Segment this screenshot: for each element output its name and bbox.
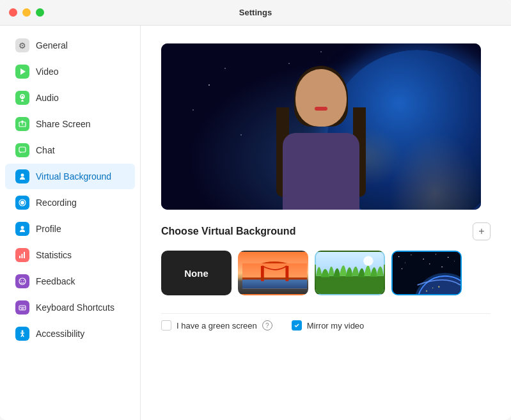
mirror-video-group: Mirror my video [292,320,365,331]
svg-point-44 [429,263,430,264]
svg-point-36 [363,256,373,266]
svg-point-17 [20,280,22,281]
minimize-button[interactable] [22,8,31,17]
sidebar-item-feedback[interactable]: Feedback [5,268,135,294]
sidebar-item-accessibility[interactable]: Accessibility [5,321,135,346]
share-screen-icon [15,117,29,131]
sidebar-item-virtual-background[interactable]: Virtual Background [5,164,135,189]
general-icon: ⚙ [15,38,29,52]
sidebar-label-audio: Audio [36,93,59,103]
sidebar-label-accessibility: Accessibility [36,329,84,339]
sidebar-item-profile[interactable]: Profile [5,216,135,242]
virtual-background-icon [15,169,29,183]
sidebar-label-recording: Recording [36,198,77,208]
svg-point-47 [441,267,443,268]
sidebar-label-statistics: Statistics [36,250,72,260]
svg-point-52 [432,288,434,289]
green-screen-checkbox[interactable] [161,320,171,331]
svg-point-9 [21,174,24,177]
footer-options: I have a green screen ? Mirror my video [161,313,491,331]
maximize-button[interactable] [36,8,44,17]
svg-point-51 [426,290,427,292]
person-lips [315,107,327,111]
svg-rect-20 [20,307,22,308]
sidebar-item-keyboard-shortcuts[interactable]: Keyboard Shortcuts [5,295,135,320]
sidebar-label-profile: Profile [36,224,61,234]
svg-line-28 [22,334,24,337]
svg-point-43 [405,263,405,263]
svg-rect-13 [19,256,20,258]
preview-background [161,43,481,210]
accessibility-icon [15,327,29,341]
background-none-label: None [184,268,208,279]
sidebar-item-video[interactable]: Video [5,59,135,84]
titlebar: Settings [0,0,511,26]
audio-icon [15,91,29,105]
svg-point-45 [454,261,455,261]
video-icon [15,65,29,79]
profile-icon [15,222,29,236]
window-title: Settings [239,8,272,17]
sidebar: ⚙ General Video [0,26,141,420]
svg-point-39 [411,254,411,255]
background-space[interactable] [391,251,462,295]
svg-point-12 [21,226,24,229]
background-bridge[interactable] [238,251,308,295]
svg-point-18 [23,280,24,281]
svg-point-42 [448,257,449,258]
svg-point-46 [402,268,402,269]
sidebar-label-share-screen: Share Screen [36,119,91,129]
svg-point-38 [398,256,400,258]
svg-rect-21 [22,307,23,308]
sidebar-label-feedback: Feedback [36,276,75,286]
svg-marker-0 [20,68,26,75]
svg-rect-7 [19,147,26,152]
add-background-button[interactable]: + [473,222,491,240]
svg-rect-2 [22,96,24,99]
sidebar-item-audio[interactable]: Audio [5,85,135,111]
main-content: Choose Virtual Background + None [141,26,511,420]
person-body [283,133,359,210]
svg-point-53 [438,286,439,288]
window-controls[interactable] [9,8,44,17]
video-preview [161,43,481,210]
sidebar-label-virtual-background: Virtual Background [36,171,111,182]
section-header: Choose Virtual Background + [161,222,491,240]
green-screen-group: I have a green screen ? [161,320,272,331]
feedback-icon [15,274,29,288]
svg-rect-33 [242,278,308,280]
sidebar-item-recording[interactable]: Recording [5,190,135,215]
svg-rect-35 [316,276,384,294]
sidebar-item-share-screen[interactable]: Share Screen [5,111,135,137]
sidebar-label-chat: Chat [36,145,55,155]
sidebar-label-general: General [36,40,68,51]
svg-rect-15 [24,252,25,258]
content-area: ⚙ General Video [0,26,511,420]
sidebar-item-chat[interactable]: Chat [5,137,135,163]
section-title: Choose Virtual Background [161,226,295,237]
sidebar-item-statistics[interactable]: Statistics [5,242,135,268]
sidebar-label-video: Video [36,66,59,77]
svg-rect-23 [21,309,24,309]
mirror-video-checkbox[interactable] [292,320,302,331]
green-screen-help-icon[interactable]: ? [262,320,272,331]
settings-window: Settings ⚙ General Video [0,0,511,420]
person-head [295,69,347,127]
person-preview [270,56,372,210]
svg-rect-22 [24,307,25,308]
svg-rect-14 [22,254,23,258]
green-screen-label: I have a green screen [177,321,257,331]
svg-point-24 [22,331,24,332]
background-nature[interactable] [315,251,385,295]
sidebar-label-keyboard-shortcuts: Keyboard Shortcuts [36,302,114,313]
svg-rect-30 [242,279,308,289]
sidebar-item-general[interactable]: ⚙ General [5,33,135,58]
svg-point-40 [423,259,424,260]
svg-point-41 [436,254,436,254]
backgrounds-row: None [161,251,491,295]
close-button[interactable] [9,8,17,17]
chat-icon [15,143,29,157]
mirror-video-label: Mirror my video [307,321,365,331]
recording-icon [15,196,29,210]
background-none[interactable]: None [161,251,232,295]
